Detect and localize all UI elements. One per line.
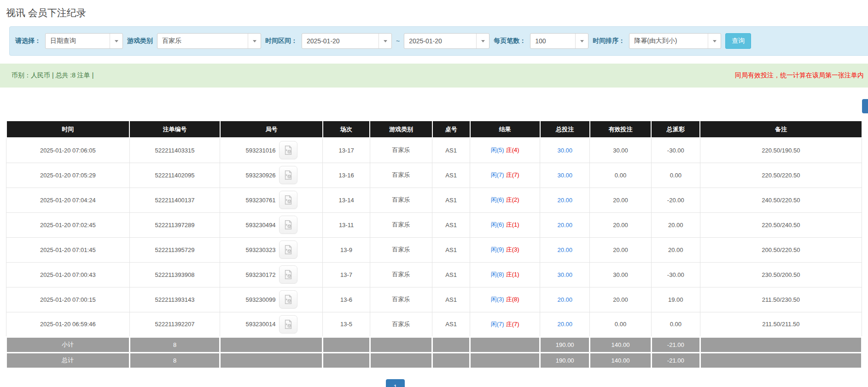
- query-type-select[interactable]: 日期查询: [45, 33, 123, 49]
- cell-total-bet: 20.00: [540, 237, 590, 262]
- cell-note: 220.50/220.50: [700, 163, 862, 188]
- cell-game-type: 百家乐: [370, 163, 432, 188]
- cell-result: 闲(7)庄(7): [470, 312, 540, 337]
- cell-time: 2025-01-20 07:00:15: [6, 287, 130, 312]
- cell-round-id: 593230323: [220, 237, 323, 262]
- total-bet-link[interactable]: 30.00: [557, 147, 572, 154]
- currency-summary-text: 币别：人民币 | 总共 :8 注单 |: [12, 71, 93, 80]
- grand-total-valid-bet: 140.00: [590, 352, 652, 368]
- video-replay-button[interactable]: [279, 315, 297, 334]
- column-header: 游戏类别: [370, 121, 432, 138]
- cell-bet-id: 522211397289: [129, 212, 220, 237]
- page-size-select[interactable]: 100: [530, 33, 588, 49]
- cell-total-bet: 20.00: [540, 312, 590, 337]
- table-row: 2025-01-20 07:05:29 522211402095 5932309…: [6, 163, 862, 188]
- result-player: 闲(8): [491, 271, 504, 278]
- result-player: 闲(6): [491, 221, 504, 228]
- table-row: 2025-01-20 07:00:15 522211393143 5932300…: [6, 287, 862, 312]
- cell-total-bet: 20.00: [540, 188, 590, 212]
- round-id-text: 593231016: [245, 147, 275, 154]
- result-player: 闲(5): [491, 147, 504, 153]
- grand-total-label: 总计: [6, 352, 130, 368]
- cell-result: 闲(7)庄(7): [470, 163, 540, 188]
- round-id-text: 593230014: [245, 321, 275, 328]
- total-bet-link[interactable]: 30.00: [557, 271, 572, 278]
- chevron-down-icon[interactable]: [476, 34, 489, 48]
- cell-payout: -20.00: [651, 188, 700, 212]
- cell-session: 13-17: [323, 138, 370, 163]
- total-bet-link[interactable]: 20.00: [557, 197, 572, 204]
- time-sort-label: 时间排序：: [593, 37, 625, 45]
- video-replay-button[interactable]: [279, 191, 297, 209]
- video-file-icon: [283, 294, 293, 305]
- cell-round-id: 593231016: [220, 138, 323, 163]
- cell-note: 211.50/211.50: [700, 312, 862, 337]
- chevron-down-icon[interactable]: [379, 34, 391, 48]
- cell-result: 闲(6)庄(1): [470, 212, 540, 237]
- cell-payout: 0.00: [651, 163, 700, 188]
- cell-valid-bet: 30.00: [590, 138, 652, 163]
- video-replay-button[interactable]: [279, 290, 297, 309]
- cell-result: 闲(9)庄(3): [470, 237, 540, 262]
- grand-total-total-bet: 190.00: [540, 352, 590, 368]
- cell-bet-id: 522211393908: [129, 262, 220, 287]
- cell-table-no: AS1: [432, 312, 470, 337]
- video-replay-button[interactable]: [279, 141, 297, 159]
- page-title: 视讯 会员下注纪录: [6, 6, 86, 19]
- result-banker: 庄(4): [506, 147, 519, 153]
- total-bet-link[interactable]: 20.00: [557, 296, 572, 303]
- result-player: 闲(7): [491, 171, 504, 178]
- chevron-down-icon[interactable]: [248, 34, 261, 48]
- column-header: 场次: [323, 121, 370, 138]
- summary-bar: 币别：人民币 | 总共 :8 注单 | 同局有效投注，统一计算在该局第一张注单内: [0, 64, 868, 88]
- column-header: 桌号: [432, 121, 470, 138]
- grand-total-row: 总计 8 190.00 140.00 -21.00: [6, 352, 862, 368]
- round-id-text: 593230926: [245, 172, 275, 179]
- video-file-icon: [283, 145, 293, 155]
- valid-bet-note: 同局有效投注，统一计算在该局第一张注单内: [735, 71, 864, 80]
- total-bet-link[interactable]: 30.00: [557, 172, 572, 179]
- video-replay-button[interactable]: [279, 265, 297, 284]
- column-header: 总投注: [540, 121, 590, 138]
- pagination-page-1-button[interactable]: 1: [386, 379, 405, 387]
- cell-total-bet: 20.00: [540, 212, 590, 237]
- cell-payout: 20.00: [651, 237, 700, 262]
- result-banker: 庄(7): [506, 171, 519, 178]
- cell-round-id: 593230172: [220, 262, 323, 287]
- cell-round-id: 593230099: [220, 287, 323, 312]
- side-action-button[interactable]: [862, 99, 868, 113]
- total-bet-link[interactable]: 20.00: [557, 246, 572, 253]
- cell-session: 13-11: [323, 212, 370, 237]
- result-banker: 庄(1): [506, 221, 519, 228]
- time-sort-select[interactable]: 降幂(由大到小): [629, 33, 721, 49]
- cell-game-type: 百家乐: [370, 138, 432, 163]
- table-row: 2025-01-20 07:02:45 522211397289 5932304…: [6, 212, 862, 237]
- video-file-icon: [283, 245, 293, 255]
- chevron-down-icon[interactable]: [708, 34, 721, 48]
- total-bet-link[interactable]: 20.00: [557, 321, 572, 328]
- chevron-down-icon[interactable]: [110, 34, 122, 48]
- video-file-icon: [283, 270, 293, 280]
- cell-time: 2025-01-20 07:01:45: [6, 237, 130, 262]
- subtotal-count: 8: [129, 337, 220, 352]
- cell-time: 2025-01-20 07:02:45: [6, 212, 130, 237]
- chevron-down-icon[interactable]: [575, 34, 588, 48]
- round-id-text: 593230761: [245, 197, 275, 204]
- search-button[interactable]: 查询: [725, 33, 751, 49]
- cell-time: 2025-01-20 07:00:43: [6, 262, 130, 287]
- game-type-select[interactable]: 百家乐: [157, 33, 261, 49]
- total-bet-link[interactable]: 20.00: [557, 222, 572, 229]
- date-from-select[interactable]: 2025-01-20: [302, 33, 392, 49]
- cell-payout: 0.00: [651, 312, 700, 337]
- video-replay-button[interactable]: [279, 216, 297, 234]
- result-player: 闲(3): [491, 296, 504, 303]
- video-replay-button[interactable]: [279, 240, 297, 259]
- cell-payout: -30.00: [651, 138, 700, 163]
- cell-session: 13-14: [323, 188, 370, 212]
- date-from-value: 2025-01-20: [302, 34, 379, 48]
- date-to-select[interactable]: 2025-01-20: [404, 33, 489, 49]
- cell-session: 13-16: [323, 163, 370, 188]
- cell-game-type: 百家乐: [370, 262, 432, 287]
- cell-valid-bet: 0.00: [590, 312, 652, 337]
- video-replay-button[interactable]: [279, 166, 297, 184]
